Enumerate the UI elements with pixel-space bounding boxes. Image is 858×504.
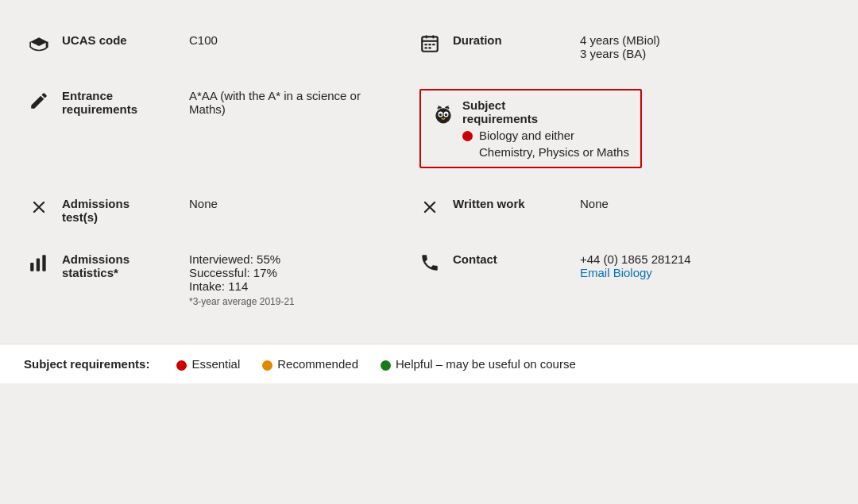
svg-rect-7 [425,47,427,48]
ucas-label: UCAS code [57,24,184,70]
recommended-legend-dot [262,360,272,371]
written-work-icon [415,187,448,229]
email-biology-link[interactable]: Email Biology [580,266,652,279]
contact-value: +44 (0) 1865 281214 Email Biology [575,243,834,289]
written-work-value: None [575,187,834,220]
stats-line-2: Successful: 17% [189,266,370,279]
duration-icon [415,24,448,70]
legend-bar: Subject requirements: Essential Recommen… [0,344,858,383]
duration-value: 4 years (MBiol) 3 years (BA) [575,24,834,70]
svg-rect-6 [432,44,435,45]
svg-point-14 [441,113,442,114]
essential-legend-dot [176,360,187,371]
svg-rect-18 [30,263,33,271]
svg-rect-5 [428,44,431,45]
entrance-label: Entrance requirements [57,79,184,125]
svg-rect-3 [432,35,434,38]
admissions-stats-value: Interviewed: 55% Successful: 17% Intake:… [184,243,375,317]
svg-point-13 [445,113,448,117]
stats-note: *3-year average 2019-21 [189,296,370,307]
admissions-stats-icon [24,243,57,285]
row-ucas: UCAS code C100 Duration 4 years (MBiol) … [24,16,834,75]
entrance-icon [24,79,57,123]
subject-req-text-1: Biology and either [479,129,574,142]
subject-req-text-2: Chemistry, Physics or Maths [462,145,629,159]
col-spacer-4 [375,243,415,262]
contact-phone: +44 (0) 1865 281214 [580,252,829,266]
subject-req-line-1: Biology and either [462,129,629,142]
subject-req-inner: Subject requirements Biology and either … [432,98,629,159]
admissions-test-value: None [184,187,375,220]
svg-point-15 [446,113,447,114]
written-work-label: Written work [448,187,575,220]
legend-helpful: Helpful – may be useful on course [381,357,576,371]
duration-line-2: 3 years (BA) [580,47,829,60]
admissions-stats-label: Admissions statistics* [57,243,184,289]
svg-point-9 [435,108,450,123]
entrance-value: A*AA (with the A* in a science or Maths) [184,79,375,125]
contact-icon [415,243,448,285]
subject-req-icon [432,98,454,128]
col-spacer-1 [375,24,415,70]
duration-label: Duration [448,24,575,70]
legend-essential: Essential [176,357,240,371]
ucas-value: C100 [184,24,375,70]
admissions-test-icon [24,187,57,229]
contact-label: Contact [448,243,575,275]
helpful-label: Helpful – may be useful on course [396,357,576,371]
svg-rect-0 [46,42,48,48]
legend-recommended: Recommended [262,357,358,371]
duration-line-1: 4 years (MBiol) [580,33,829,47]
essential-label: Essential [191,357,240,371]
subject-req-label: Subject requirements [462,98,629,125]
main-container: UCAS code C100 Duration 4 years (MBiol) … [0,0,858,336]
row-entrance: Entrance requirements A*AA (with the A* … [24,75,834,183]
subject-req-value: Biology and either Chemistry, Physics or… [462,129,629,159]
col-spacer-3 [375,187,415,206]
helpful-legend-dot [381,360,391,371]
stats-line-3: Intake: 114 [189,279,370,293]
recommended-label: Recommended [277,357,358,371]
svg-rect-2 [426,35,427,38]
svg-rect-8 [428,47,431,48]
subject-req-content: Subject requirements Biology and either … [462,98,629,159]
ucas-icon [24,24,57,70]
subject-req-box: Subject requirements Biology and either … [419,89,642,168]
essential-dot [462,131,473,141]
svg-rect-19 [37,259,40,271]
row-admissions-stats: Admissions statistics* Interviewed: 55% … [24,238,834,328]
svg-rect-20 [42,255,45,271]
row-admissions-test: Admissions test(s) None Written work Non… [24,183,834,238]
col-spacer-2 [375,79,415,98]
stats-line-1: Interviewed: 55% [189,252,370,266]
legend-title: Subject requirements: [24,357,149,371]
subject-req-cell: Subject requirements Biology and either … [415,79,834,178]
admissions-test-label: Admissions test(s) [57,187,184,233]
svg-point-12 [439,113,443,117]
svg-rect-4 [425,44,427,45]
